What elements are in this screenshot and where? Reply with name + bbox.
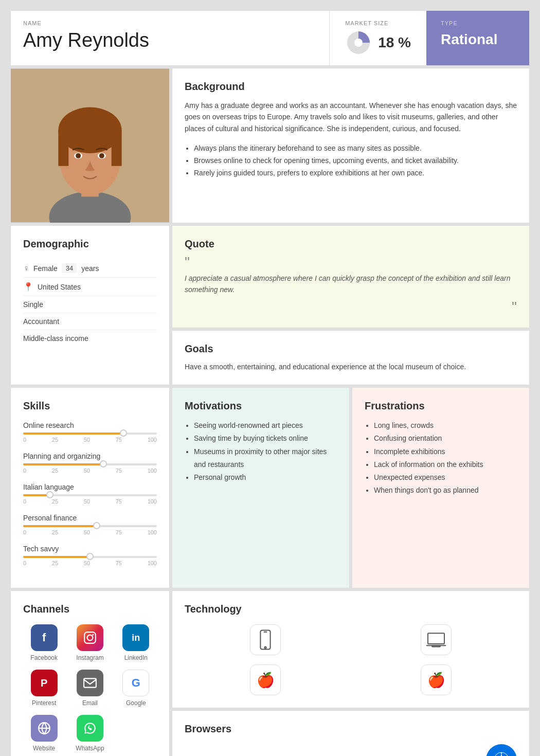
motivation-4: Personal growth xyxy=(194,471,337,484)
skill-track-5 xyxy=(23,556,157,558)
skill-italian: Italian language 0255075100 xyxy=(23,483,157,505)
website-label: Website xyxy=(33,745,55,752)
demo-occupation: Accountant xyxy=(23,317,59,326)
skill-thumb-3[interactable] xyxy=(46,491,53,498)
whatsapp-icon xyxy=(77,715,103,742)
market-pie-chart xyxy=(345,29,372,56)
tech-icons-grid: 🍎 🍎 xyxy=(185,624,517,695)
demo-location: United States xyxy=(38,283,81,291)
safari-item: Safari xyxy=(185,744,517,756)
frustrations-list: Long lines, crowds Confusing orientation… xyxy=(365,419,517,497)
quote-open-mark: " xyxy=(185,255,517,269)
skill-label-4: Personal finance xyxy=(23,514,157,522)
frustration-5: Unexpected expenses xyxy=(374,471,517,484)
facebook-icon: f xyxy=(31,624,58,651)
svg-rect-8 xyxy=(112,130,122,166)
quote-text: I appreciate a casual atmosphere where I… xyxy=(185,273,517,296)
channel-website: Website xyxy=(23,715,65,752)
motivations-list: Seeing world-renowned art pieces Saving … xyxy=(185,419,337,484)
skill-track-3 xyxy=(23,494,157,496)
persona-name: Amy Reynolds xyxy=(23,29,317,51)
channel-pinterest: P Pinterest xyxy=(23,670,65,707)
tech-mobile xyxy=(185,624,346,655)
skill-label-2: Planning and organizing xyxy=(23,452,157,460)
svg-rect-13 xyxy=(84,632,96,643)
svg-rect-22 xyxy=(428,633,444,644)
frustrations-title: Frustrations xyxy=(365,400,517,412)
demo-age: 34 xyxy=(62,263,77,273)
photo-card xyxy=(10,68,170,223)
frustration-4: Lack of information on the exhibits xyxy=(374,458,517,471)
demo-occupation-row: Accountant xyxy=(23,313,157,330)
skill-track-1 xyxy=(23,433,157,435)
motivations-card: Motivations Seeing world-renowned art pi… xyxy=(172,387,350,588)
technology-card: Technology xyxy=(172,590,530,708)
frustration-1: Long lines, crowds xyxy=(374,419,517,432)
skill-thumb-1[interactable] xyxy=(120,429,127,437)
header-market-section: MARKET SIZE 18 % xyxy=(329,11,426,65)
demographic-card: Demographic ♀ Female 34 years 📍 United S… xyxy=(10,225,170,385)
facebook-label: Facebook xyxy=(30,654,58,661)
frustration-2: Confusing orientation xyxy=(374,432,517,445)
svg-point-1 xyxy=(354,39,363,47)
skill-fill-1 xyxy=(23,433,123,435)
motivation-3: Museums in proximity to other major site… xyxy=(194,445,337,471)
row-channels: Channels f Facebook Insta xyxy=(10,590,530,756)
channels-card: Channels f Facebook Insta xyxy=(10,590,170,756)
type-value: Rational xyxy=(441,31,515,48)
skill-fill-4 xyxy=(23,525,97,527)
skill-thumb-2[interactable] xyxy=(100,460,107,467)
header-name-section: NAME Amy Reynolds xyxy=(11,11,329,65)
tech-apple-laptop: 🍎 xyxy=(355,664,517,695)
goals-title: Goals xyxy=(185,343,517,355)
channel-instagram: Instagram xyxy=(69,624,111,661)
pinterest-label: Pinterest xyxy=(32,699,56,707)
skills-title: Skills xyxy=(23,400,157,412)
whatsapp-label: WhatsApp xyxy=(76,745,104,752)
email-label: Email xyxy=(82,699,98,707)
channel-email: Email xyxy=(69,670,111,707)
skill-tech: Tech savvy 0255075100 xyxy=(23,545,157,566)
svg-rect-7 xyxy=(58,130,68,166)
quote-title: Quote xyxy=(185,238,517,250)
col-right-bottom: Technology xyxy=(172,590,530,756)
background-bullet-2: Browses online to check for opening time… xyxy=(194,155,517,167)
background-title: Background xyxy=(185,81,517,93)
channels-title: Channels xyxy=(23,603,157,615)
persona-photo xyxy=(11,68,169,223)
skill-fill-2 xyxy=(23,463,103,465)
technology-title: Technology xyxy=(185,603,517,615)
skill-thumb-4[interactable] xyxy=(93,522,100,529)
skill-ticks-2: 0255075100 xyxy=(23,467,157,474)
goals-card: Goals Have a smooth, entertaining, and e… xyxy=(172,330,530,385)
svg-point-12 xyxy=(99,153,104,158)
demo-age-unit: years xyxy=(81,264,99,273)
skill-label-1: Online research xyxy=(23,421,157,429)
skill-fill-5 xyxy=(23,556,90,558)
website-icon xyxy=(31,715,58,742)
tech-laptop xyxy=(355,624,517,655)
google-icon: G xyxy=(122,670,149,696)
channel-whatsapp: WhatsApp xyxy=(69,715,111,752)
row-skills: Skills Online research 0255075100 Planni… xyxy=(10,387,530,588)
header: NAME Amy Reynolds MARKET SIZE 18 % TYPE … xyxy=(10,10,530,66)
row-demographic: Demographic ♀ Female 34 years 📍 United S… xyxy=(10,225,530,385)
instagram-label: Instagram xyxy=(76,654,103,661)
channel-linkedin: in LinkedIn xyxy=(115,624,157,661)
quote-close-mark: " xyxy=(185,299,517,315)
frustration-3: Incomplete exhibitions xyxy=(374,445,517,458)
apple-laptop-icon: 🍎 xyxy=(421,664,452,695)
frustration-6: When things don't go as planned xyxy=(374,484,517,497)
background-card: Background Amy has a graduate degree and… xyxy=(172,68,530,223)
skill-track-2 xyxy=(23,463,157,465)
email-icon xyxy=(77,670,103,696)
market-content: 18 % xyxy=(345,29,411,56)
safari-icon xyxy=(486,744,517,756)
type-label: TYPE xyxy=(441,20,515,26)
svg-point-11 xyxy=(76,153,81,158)
page: NAME Amy Reynolds MARKET SIZE 18 % TYPE … xyxy=(0,0,540,756)
demo-income-row: Middle-class income xyxy=(23,330,157,347)
quote-card: Quote " I appreciate a casual atmosphere… xyxy=(172,225,530,328)
skill-thumb-5[interactable] xyxy=(86,553,94,560)
name-label: NAME xyxy=(23,20,317,26)
